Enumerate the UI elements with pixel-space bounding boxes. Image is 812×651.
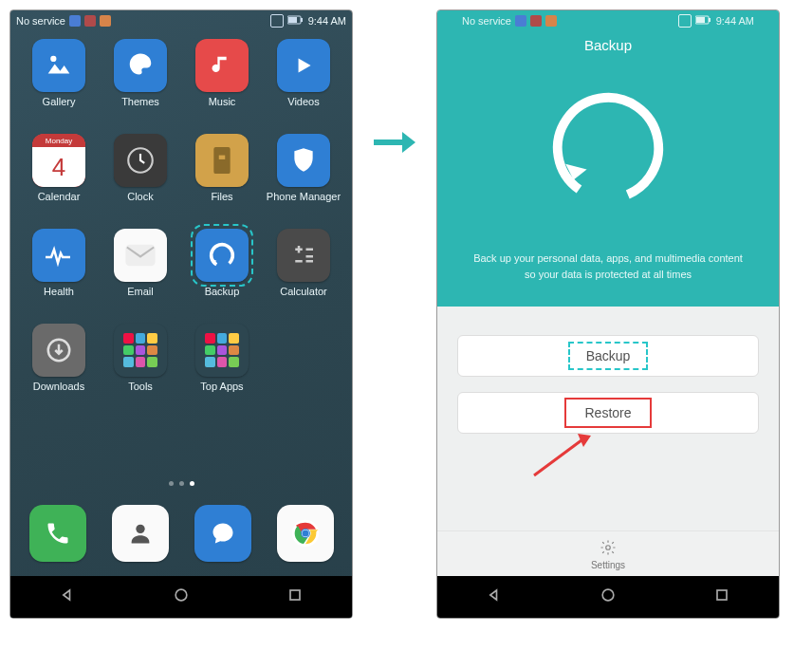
app-label: Calendar [38, 191, 81, 202]
app-label: Top Apps [200, 381, 243, 392]
app-gallery[interactable]: Gallery [18, 39, 100, 134]
download-icon [32, 324, 85, 377]
back-button[interactable] [485, 586, 504, 608]
phone-backup-app: No service 9:44 AM Backup Back up your p… [436, 9, 780, 619]
battery-icon [287, 15, 304, 27]
tutorial-highlight [191, 224, 253, 287]
themes-icon [114, 39, 167, 92]
svg-rect-25 [717, 590, 727, 600]
status-icon [100, 15, 111, 27]
buttons-area: Backup Restore [437, 307, 779, 530]
restore-button-label: Restore [584, 405, 631, 420]
contacts-app[interactable] [112, 505, 169, 562]
battery-icon [695, 15, 712, 27]
phone-app[interactable] [29, 505, 86, 562]
page-indicator [10, 475, 352, 491]
app-music[interactable]: Music [181, 39, 263, 134]
settings-label: Settings [591, 560, 625, 570]
app-email[interactable]: Email [100, 229, 181, 324]
svg-point-24 [602, 589, 614, 601]
app-label: Phone Manager [267, 191, 341, 202]
status-time: 9:44 AM [308, 15, 346, 27]
clock-icon [114, 134, 167, 187]
status-time: 9:44 AM [716, 15, 754, 27]
phone-home-screen: No service 9:44 AM GalleryThemesMusicVid… [9, 9, 353, 619]
app-files[interactable]: Files [181, 134, 263, 229]
status-icon [545, 15, 557, 27]
app-label: Themes [121, 96, 159, 107]
app-downloads[interactable]: Downloads [18, 324, 100, 418]
backup-description: Back up your personal data, apps, and mu… [456, 251, 760, 282]
back-button[interactable] [58, 586, 77, 608]
nfc-icon [678, 14, 692, 28]
app-tools[interactable]: Tools [100, 324, 181, 418]
page-title: Backup [456, 37, 760, 53]
backup-button[interactable]: Backup [457, 335, 759, 377]
calc-icon [277, 229, 330, 282]
nfc-icon [270, 14, 284, 28]
gallery-icon [32, 39, 85, 92]
app-videos[interactable]: Videos [263, 39, 344, 134]
status-icon [84, 15, 96, 27]
app-calculator[interactable]: Calculator [263, 229, 344, 324]
app-calendar[interactable]: Monday4Calendar [18, 134, 100, 229]
app-label: Music [209, 96, 236, 107]
dock [10, 491, 352, 576]
status-bar: No service 9:44 AM [10, 10, 352, 31]
app-phone-manager[interactable]: Phone Manager [263, 134, 344, 229]
svg-rect-5 [213, 147, 230, 174]
recent-button[interactable] [712, 586, 731, 608]
app-label: Email [127, 286, 154, 297]
music-icon [195, 39, 249, 92]
svg-rect-1 [288, 17, 297, 23]
svg-line-22 [534, 437, 585, 475]
svg-point-3 [50, 56, 56, 62]
backup-icon [195, 229, 249, 282]
status-icon [530, 15, 542, 27]
app-health[interactable]: Health [18, 229, 100, 324]
app-clock[interactable]: Clock [100, 134, 181, 229]
svg-point-15 [175, 589, 187, 601]
app-label: Gallery [43, 96, 76, 107]
status-icon [69, 15, 81, 27]
no-service-text: No service [16, 15, 65, 27]
app-label: Videos [287, 96, 319, 107]
folder-icon [195, 324, 249, 377]
shield-icon [277, 134, 330, 187]
app-top-apps[interactable]: Top Apps [181, 324, 263, 418]
home-button[interactable] [599, 586, 618, 608]
app-label: Calculator [280, 286, 327, 297]
calendar-icon: Monday4 [32, 134, 85, 187]
svg-point-21 [542, 82, 674, 214]
folder-icon [114, 324, 167, 377]
app-label: Downloads [33, 381, 84, 392]
svg-rect-19 [696, 17, 705, 23]
svg-rect-6 [219, 156, 226, 159]
nav-bar [10, 576, 352, 618]
backup-button-label: Backup [586, 348, 631, 363]
backup-hero-icon [456, 82, 760, 218]
backup-hero: No service 9:44 AM Backup Back up your p… [437, 10, 779, 307]
chrome-app[interactable] [277, 505, 334, 562]
app-themes[interactable]: Themes [100, 39, 181, 134]
svg-point-23 [606, 546, 611, 550]
health-icon [32, 229, 85, 282]
svg-point-14 [302, 530, 308, 536]
recent-button[interactable] [286, 586, 304, 608]
messages-app[interactable] [194, 505, 251, 562]
restore-button[interactable]: Restore [457, 392, 759, 434]
no-service-text: No service [462, 15, 511, 27]
svg-point-10 [136, 525, 144, 533]
settings-button[interactable]: Settings [437, 530, 779, 576]
tutorial-arrow [530, 432, 597, 479]
videos-icon [277, 39, 330, 92]
svg-rect-2 [301, 18, 303, 22]
app-label: Backup [205, 286, 240, 297]
svg-rect-16 [290, 590, 300, 600]
svg-rect-7 [125, 245, 155, 267]
status-icon [515, 15, 526, 27]
app-backup[interactable]: Backup [181, 229, 263, 324]
app-label: Files [211, 191, 232, 202]
app-label: Clock [127, 191, 154, 202]
home-button[interactable] [172, 586, 191, 608]
